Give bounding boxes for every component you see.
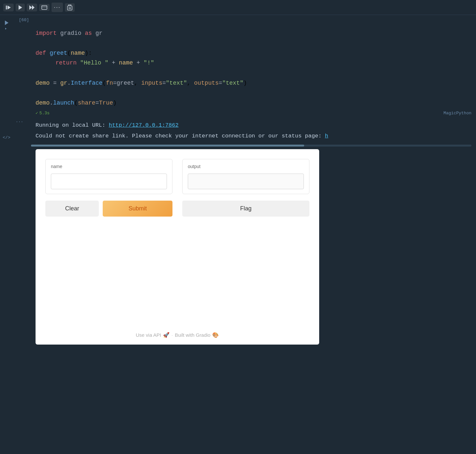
gradio-inputs-outputs: name output: [45, 159, 309, 194]
svg-marker-3: [29, 5, 32, 10]
cell-status-left: ✓ 5.3s: [36, 110, 50, 116]
cell-status: ✓ 5.3s MagicPython: [31, 110, 476, 117]
scroll-thumb[interactable]: [31, 145, 304, 147]
execution-time: 5.3s: [39, 111, 50, 116]
output-label: output: [188, 164, 304, 169]
code-view-icon[interactable]: </>: [3, 135, 10, 140]
gradio-footer: Use via API 🚀 · Built with Gradio 🎨: [45, 319, 309, 338]
gradio-spacer: [45, 217, 309, 319]
footer-separator: ·: [171, 332, 173, 338]
svg-marker-14: [5, 21, 8, 25]
svg-rect-0: [6, 6, 7, 9]
svg-marker-15: [5, 28, 7, 30]
api-icon: 🚀: [163, 332, 170, 338]
flag-button[interactable]: Flag: [182, 201, 309, 217]
submit-button[interactable]: Submit: [103, 201, 172, 217]
code-cell-content[interactable]: import gradio as gr def greet(name): ret…: [31, 15, 476, 117]
notebook: </> [60] import gradio as gr def greet(n…: [0, 15, 476, 454]
svg-marker-1: [7, 6, 11, 9]
output-content: Running on local URL: http://127.0.0.1:7…: [31, 117, 476, 145]
delete-button[interactable]: [65, 3, 75, 12]
cell-number: [60]: [13, 15, 31, 22]
input-label: name: [51, 164, 167, 169]
gradio-input-panel: name: [45, 159, 172, 194]
cell-toolbar: ···: [0, 0, 476, 15]
svg-marker-2: [19, 5, 22, 10]
iframe-gutter: [13, 147, 31, 149]
output-line-2: Could not create share link. Please chec…: [36, 131, 471, 141]
api-link[interactable]: Use via API: [136, 332, 161, 338]
code-editor[interactable]: import gradio as gr def greet(name): ret…: [31, 15, 476, 110]
gradio-output-panel: output: [182, 159, 309, 194]
output-line-1: Running on local URL: http://127.0.0.1:7…: [36, 120, 471, 131]
run-sidebar-button[interactable]: [3, 20, 10, 31]
built-with-label: Built with Gradio: [175, 332, 210, 338]
output-row: ··· Running on local URL: http://127.0.0…: [13, 117, 476, 145]
gradio-iframe-content: name output: [31, 147, 476, 349]
cell-language: MagicPython: [443, 111, 471, 116]
output-display[interactable]: [188, 174, 304, 189]
gradio-container: name output: [36, 149, 319, 345]
svg-rect-5: [42, 6, 47, 9]
gradio-output-row: name output: [13, 147, 476, 349]
gradio-left-actions: Clear Submit: [45, 201, 172, 217]
clear-button[interactable]: Clear: [45, 201, 99, 217]
cell-type-button[interactable]: [39, 4, 50, 11]
clear-submit-buttons: Clear Submit: [45, 201, 172, 217]
svg-marker-4: [32, 5, 35, 10]
local-url-link[interactable]: http://127.0.0.1:7862: [109, 122, 178, 128]
horizontal-scrollbar[interactable]: [31, 145, 471, 147]
run-all-button[interactable]: [3, 4, 14, 11]
gradio-icon: 🎨: [212, 332, 219, 338]
code-cell-row: [60] import gradio as gr def greet(name)…: [13, 15, 476, 117]
gradio-right-actions: Flag: [182, 201, 309, 217]
gradio-action-row: Clear Submit Flag: [45, 201, 309, 217]
more-button[interactable]: ···: [52, 3, 63, 12]
run-button[interactable]: [16, 4, 25, 11]
check-icon: ✓: [36, 110, 38, 116]
output-gutter: ···: [13, 117, 31, 124]
status-page-link[interactable]: h: [325, 133, 328, 139]
name-input[interactable]: [51, 174, 167, 189]
run-below-button[interactable]: [27, 4, 37, 11]
